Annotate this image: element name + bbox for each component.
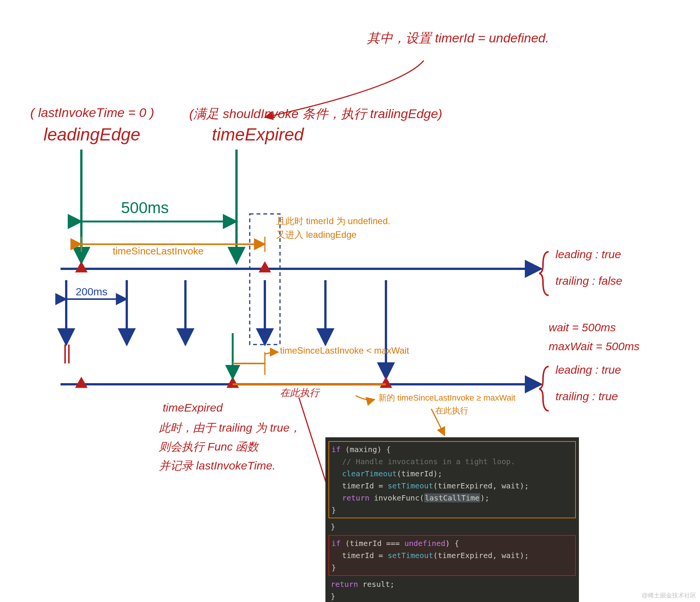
note-lastinvoketime: ( lastInvokeTime = 0 ) xyxy=(30,105,154,120)
note-reenter-leadingedge: 又进入 leadingEdge xyxy=(276,229,356,241)
code-fn-set2: setTimeout xyxy=(387,551,433,560)
code-t9a: timerId = xyxy=(342,551,387,560)
opt-top-leading: leading : true xyxy=(555,248,621,261)
label-timeexpired-top: timeExpired xyxy=(212,124,304,145)
code-t5b: invokeFunc( xyxy=(369,493,424,502)
code-t9c: (timerExpired, wait); xyxy=(433,551,529,560)
span-500ms-label: 500ms xyxy=(121,199,169,217)
code-kw-ret2: return xyxy=(331,580,358,589)
code-kw-undef: undefined xyxy=(404,539,445,548)
note-exec-here-orange: 在此执行 xyxy=(435,405,468,416)
code-kw-ret1: return xyxy=(342,493,369,502)
code-t6: } xyxy=(331,505,336,515)
maxwait-label: maxWait = 500ms xyxy=(549,340,639,353)
span-200ms-label: 200ms xyxy=(76,286,107,298)
code-fn-set1: setTimeout xyxy=(387,481,433,490)
red-block-l3: 则会执行 Func 函数 xyxy=(159,439,258,455)
code-sel-lastcall: lastCallTime xyxy=(424,493,481,502)
red-block-l2: 此时，由于 trailing 为 true， xyxy=(159,420,301,436)
code-comment: // Handle invocations in a tight loop. xyxy=(342,457,515,466)
opt-bot-leading: leading : true xyxy=(555,363,621,376)
code-t7: } xyxy=(331,522,335,531)
diagram-canvas: 其中，设置 timerId = undefined. ( lastInvokeT… xyxy=(0,0,700,602)
red-block-l4: 并记录 lastInvokeTime. xyxy=(159,458,275,474)
code-t11b: result; xyxy=(358,580,394,589)
opt-bot-trailing: trailing : true xyxy=(555,390,618,403)
svg-marker-10 xyxy=(260,262,270,272)
code-highlight-maxing: if (maxing) { // Handle invocations in a… xyxy=(328,441,576,518)
code-t8d: ) { xyxy=(445,539,459,548)
note-tsli-lt-maxwait: timeSinceLastInvoke < maxWait xyxy=(280,345,409,356)
code-t10: } xyxy=(331,563,336,572)
note-top-right: 其中，设置 timerId = undefined. xyxy=(367,30,549,47)
code-kw-if2: if xyxy=(331,539,341,548)
note-exec-here-red: 在此执行 xyxy=(280,386,319,399)
note-shouldinvoke: (满足 shouldInvoke 条件，执行 trailingEdge) xyxy=(189,105,442,123)
svg-marker-25 xyxy=(227,378,238,387)
note-timerid-undefined: 且此时 timerId 为 undefined. xyxy=(276,215,390,227)
label-leadingedge: leadingEdge xyxy=(44,124,140,145)
code-kw-if1: if xyxy=(331,445,341,454)
code-highlight-undefined: if (timerId === undefined) { timerId = s… xyxy=(328,535,576,576)
tsli-label: timeSinceLastInvoke xyxy=(113,245,204,257)
wait-label: wait = 500ms xyxy=(549,321,616,334)
note-tsli-ge-maxwait: 新的 timeSinceLastInvoke ≥ maxWait xyxy=(378,392,515,404)
watermark: @稀土掘金技术社区 xyxy=(642,592,696,600)
code-t12: } xyxy=(331,592,335,601)
code-fn-clear: clearTimeout xyxy=(342,469,397,478)
svg-marker-26 xyxy=(381,378,391,387)
code-t5d: ); xyxy=(480,493,489,502)
code-t8b: (timerId === xyxy=(341,539,404,548)
svg-marker-24 xyxy=(76,378,87,387)
opt-top-trailing: trailing : false xyxy=(555,274,622,287)
code-t4c: (timerExpired, wait); xyxy=(433,481,529,490)
code-t4a: timerId = xyxy=(342,481,387,490)
code-t1b: (maxing) { xyxy=(341,445,390,454)
code-t3b: (timerId); xyxy=(397,469,442,478)
svg-marker-9 xyxy=(76,262,87,272)
red-block-l1: timeExpired xyxy=(163,401,222,414)
code-snippet: if (maxing) { // Handle invocations in a… xyxy=(325,437,579,602)
